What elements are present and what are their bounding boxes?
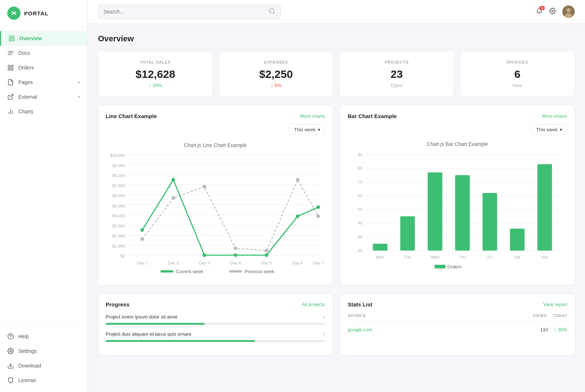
progress-item-label: Project duis aliquam et lacus quis ornar… <box>106 331 191 337</box>
svg-point-25 <box>566 8 571 12</box>
sidebar-item-label: License <box>18 377 36 383</box>
progress-chevron-icon[interactable]: › <box>323 313 325 320</box>
svg-point-23 <box>552 10 554 12</box>
svg-point-61 <box>296 178 299 182</box>
stat-sub: ↓ 5% <box>228 83 324 88</box>
bar-chart-svg: Chart.js Bar Chart Example 20 30 40 50 6… <box>348 139 567 271</box>
chevron-down-icon: ▾ <box>318 127 320 132</box>
stats-views: 110 <box>540 327 548 332</box>
stats-cards: TOTAL SALES $12,628 ↑ 20% EXPENSES $2,25… <box>98 52 575 97</box>
svg-text:Day 3: Day 3 <box>199 261 210 265</box>
svg-text:$10,000: $10,000 <box>110 153 125 158</box>
app-name: PORTAL <box>24 10 49 16</box>
svg-rect-8 <box>12 39 14 41</box>
svg-text:70: 70 <box>358 180 362 184</box>
header-actions: 3 <box>536 5 575 18</box>
sidebar-item-label: Download <box>18 363 41 369</box>
svg-text:Chart.js Bar Chart Example: Chart.js Bar Chart Example <box>427 142 488 147</box>
svg-point-3 <box>12 14 13 15</box>
svg-rect-91 <box>373 244 388 251</box>
svg-text:50: 50 <box>358 207 362 212</box>
svg-point-64 <box>171 178 175 182</box>
sidebar-bottom: Help Settings Download License <box>0 324 87 392</box>
sidebar-item-charts[interactable]: Charts <box>0 104 87 119</box>
stat-label: TOTAL SALES <box>107 60 204 64</box>
svg-text:$3,000: $3,000 <box>112 224 125 228</box>
line-chart-container: Chart.js Line Chart Example $0 $1,000 $2… <box>106 139 325 277</box>
sidebar-item-pages[interactable]: Pages ▾ <box>0 75 87 90</box>
stat-card-expenses: EXPENSES $2,250 ↓ 5% <box>219 52 333 97</box>
svg-point-2 <box>15 11 16 13</box>
bar-chart-header: Bar Chart Example More charts <box>348 113 567 119</box>
docs-icon <box>7 50 14 56</box>
svg-point-69 <box>316 206 320 209</box>
sidebar-item-external[interactable]: External ▾ <box>0 90 87 104</box>
svg-text:90: 90 <box>358 152 362 157</box>
svg-line-13 <box>10 94 13 97</box>
all-projects-link[interactable]: All projects <box>302 302 325 307</box>
page-title: Overview <box>98 34 575 44</box>
sidebar-item-orders[interactable]: Orders <box>0 60 87 75</box>
settings-icon <box>7 348 14 354</box>
svg-text:$5,000: $5,000 <box>112 204 125 208</box>
svg-rect-92 <box>400 216 415 251</box>
progress-card: Progress All projects Project lorem ipsu… <box>98 294 333 355</box>
line-chart-week-select[interactable]: This week ▾ <box>289 124 325 135</box>
stats-list-title: Stats List <box>348 301 373 308</box>
stat-label: EXPENSES <box>228 60 324 64</box>
chevron-down-icon: ▾ <box>78 95 80 99</box>
svg-line-22 <box>273 12 274 13</box>
svg-point-66 <box>234 253 237 257</box>
charts-row: Line Chart Example More charts This week… <box>98 105 575 285</box>
notifications-button[interactable]: 3 <box>536 8 543 16</box>
stat-value: $2,250 <box>228 68 324 80</box>
svg-text:Orders: Orders <box>448 264 461 270</box>
search-input[interactable] <box>103 9 266 15</box>
svg-text:$9,000: $9,000 <box>112 163 125 168</box>
sidebar-item-label: External <box>18 94 37 100</box>
svg-point-63 <box>140 228 144 232</box>
sidebar-item-label: Pages <box>18 79 33 85</box>
bar-chart-week-select[interactable]: This week ▾ <box>531 124 567 135</box>
progress-item-header: Project lorem ipsum dolor sit amet › <box>106 313 325 320</box>
sidebar-item-label: Docs <box>18 50 30 56</box>
external-icon <box>7 94 14 100</box>
col-source: Source <box>348 313 527 318</box>
svg-text:$6,000: $6,000 <box>112 193 125 198</box>
settings-button[interactable] <box>549 8 556 16</box>
progress-chevron-icon[interactable]: › <box>323 331 325 337</box>
sidebar-item-download[interactable]: Download <box>0 358 87 373</box>
svg-point-62 <box>316 215 320 218</box>
sidebar-item-docs[interactable]: Docs <box>0 46 87 60</box>
progress-item-label: Project lorem ipsum dolor sit amet <box>106 314 178 320</box>
svg-rect-11 <box>8 68 10 70</box>
sidebar: PORTAL Overview Docs Orders <box>0 0 88 392</box>
line-chart-more-link[interactable]: More charts <box>300 113 325 119</box>
sidebar-item-label: Charts <box>18 109 33 114</box>
svg-text:20: 20 <box>358 248 362 253</box>
search-bar[interactable] <box>98 4 281 19</box>
svg-rect-94 <box>455 175 470 250</box>
svg-text:Current week: Current week <box>176 269 204 274</box>
svg-rect-5 <box>9 36 11 38</box>
stats-source: google.com <box>348 327 534 332</box>
line-chart-header: Line Chart Example More charts <box>106 113 325 119</box>
stat-card-total-sales: TOTAL SALES $12,628 ↑ 20% <box>98 52 213 97</box>
view-report-link[interactable]: View report <box>543 302 567 307</box>
sidebar-item-help[interactable]: Help <box>0 329 87 344</box>
sidebar-item-settings[interactable]: Settings <box>0 344 87 358</box>
bar-chart-more-link[interactable]: More charts <box>542 113 567 119</box>
week-select-label: This week <box>536 127 558 132</box>
svg-text:Day 1: Day 1 <box>137 261 147 265</box>
progress-title: Progress <box>106 301 129 308</box>
svg-text:$4,000: $4,000 <box>112 214 125 218</box>
stat-sub: ↑ 20% <box>107 83 204 88</box>
sidebar-item-overview[interactable]: Overview <box>0 31 87 46</box>
svg-rect-97 <box>537 164 552 250</box>
svg-text:60: 60 <box>358 193 362 198</box>
progress-item: Project lorem ipsum dolor sit amet › <box>106 313 325 325</box>
svg-text:$0: $0 <box>120 254 125 258</box>
avatar[interactable] <box>562 5 575 18</box>
sidebar-item-license[interactable]: License <box>0 373 87 388</box>
svg-rect-9 <box>8 65 10 67</box>
